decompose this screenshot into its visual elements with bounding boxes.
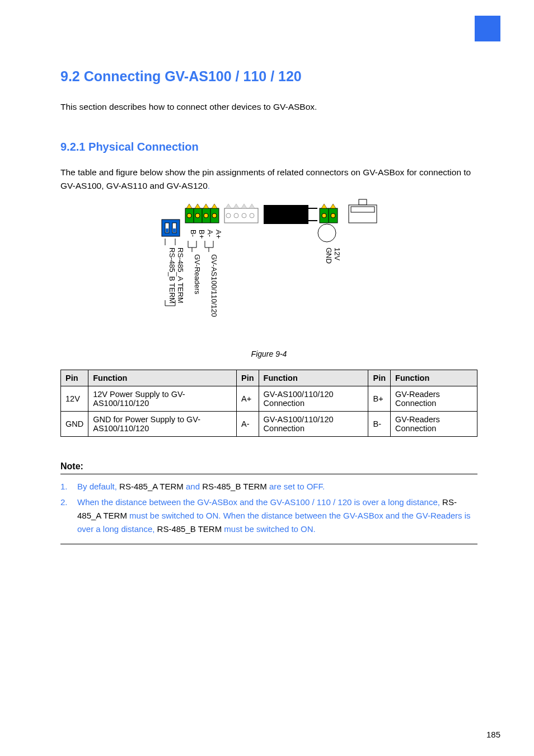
header-accent-square xyxy=(475,16,500,41)
connector-diagram: A+ A- B+ B- GV-AS100/110/120 GV-Readers … xyxy=(140,198,398,344)
cell: B+ xyxy=(368,386,391,412)
svg-rect-34 xyxy=(162,220,180,236)
note-num-1: 1. xyxy=(60,480,77,493)
note-heading: Note: xyxy=(60,461,477,474)
label-aminus: A- xyxy=(206,230,214,237)
label-rs485a: RS-485_A TERM xyxy=(176,248,185,303)
label-gv-readers: GV-Readers xyxy=(193,254,202,295)
cell: GV-Readers Connection xyxy=(391,412,477,437)
label-gnd: GND xyxy=(325,248,333,264)
table-row: 12V 12V Power Supply to GV-AS100/110/120… xyxy=(61,386,477,412)
label-aplus: A+ xyxy=(214,230,223,239)
th-func-2: Function xyxy=(259,370,368,386)
figure-wrapper: A+ A- B+ B- GV-AS100/110/120 GV-Readers … xyxy=(60,198,477,358)
table-row: GND GND for Power Supply to GV-AS100/110… xyxy=(61,412,477,437)
note-frag: By default, xyxy=(77,482,119,491)
subsection-intro-black: The table and figure below show the pin … xyxy=(60,167,471,190)
th-func-3: Function xyxy=(391,370,477,386)
note-frag: are set to OFF. xyxy=(267,482,325,491)
label-12v: 12V xyxy=(333,248,341,260)
label-bminus: B- xyxy=(189,230,198,237)
note-frag: RS-485_A TERM xyxy=(119,482,184,491)
cell: A+ xyxy=(237,386,259,412)
cell: GV-Readers Connection xyxy=(391,386,477,412)
section-heading: 9.2 Connecting GV-AS100 / 110 / 120 xyxy=(60,68,477,85)
svg-point-18 xyxy=(226,213,231,218)
note-label: Note: xyxy=(60,461,83,471)
svg-point-8 xyxy=(212,213,217,218)
black-component-icon xyxy=(264,205,308,224)
note-frag: and xyxy=(184,482,202,491)
section-intro: This section describes how to connect ot… xyxy=(60,100,477,114)
svg-rect-37 xyxy=(166,228,168,232)
svg-point-33 xyxy=(318,224,336,242)
svg-point-6 xyxy=(195,213,200,218)
svg-rect-30 xyxy=(359,199,367,205)
label-gv-as: GV-AS100/110/120 xyxy=(210,254,218,317)
note-frag: When the distance between the GV-ASBox a… xyxy=(77,497,442,507)
note-item-1: 1. By default, RS-485_A TERM and RS-485_… xyxy=(60,480,477,493)
note-item-2: 2. When the distance between the GV-ASBo… xyxy=(60,496,477,536)
pin-table: Pin Function Pin Function Pin Function 1… xyxy=(60,370,477,437)
cell: GV-AS100/110/120 Connection xyxy=(259,386,368,412)
cell: 12V Power Supply to GV-AS100/110/120 xyxy=(88,386,237,412)
figure-caption: Figure 9-4 xyxy=(60,349,477,358)
note-frag: RS-485_B TERM xyxy=(157,524,222,534)
th-pin-2: Pin xyxy=(237,370,259,386)
switch-block-icon xyxy=(162,220,180,236)
svg-point-20 xyxy=(242,213,246,218)
cell: GND for Power Supply to GV-AS100/110/120 xyxy=(88,412,237,437)
svg-rect-38 xyxy=(173,228,176,232)
svg-point-21 xyxy=(250,213,254,218)
svg-point-26 xyxy=(322,213,326,218)
note-frag: RS-485_B TERM xyxy=(202,482,267,491)
cell: B- xyxy=(368,412,391,437)
page-number: 185 xyxy=(486,730,500,739)
subsection-intro: The table and figure below show the pin … xyxy=(60,166,477,193)
th-pin-1: Pin xyxy=(61,370,88,386)
subsection-heading: 9.2.1 Physical Connection xyxy=(60,141,477,153)
label-rs485b: RS-485_B TERM xyxy=(168,248,176,304)
svg-point-19 xyxy=(234,213,238,218)
svg-point-27 xyxy=(331,213,335,218)
cell: GND xyxy=(61,412,88,437)
note-frag: must be switched to ON. xyxy=(222,524,316,534)
svg-rect-32 xyxy=(351,207,374,212)
note-body: 1. By default, RS-485_A TERM and RS-485_… xyxy=(60,480,477,544)
cell: GV-AS100/110/120 Connection xyxy=(259,412,368,437)
page-content: 9.2 Connecting GV-AS100 / 110 / 120 This… xyxy=(60,68,477,544)
th-func-1: Function xyxy=(88,370,237,386)
note-text-2: When the distance between the GV-ASBox a… xyxy=(77,496,477,536)
svg-point-5 xyxy=(187,213,191,218)
th-pin-3: Pin xyxy=(368,370,391,386)
subsection-intro-blue: . xyxy=(208,181,210,190)
label-bplus: B+ xyxy=(198,230,206,239)
note-num-2: 2. xyxy=(60,496,77,536)
note-box: Note: 1. By default, RS-485_A TERM and R… xyxy=(60,461,477,544)
note-text-1: By default, RS-485_A TERM and RS-485_B T… xyxy=(77,480,477,493)
cell: 12V xyxy=(61,386,88,412)
svg-point-7 xyxy=(204,213,208,218)
cell: A- xyxy=(237,412,259,437)
